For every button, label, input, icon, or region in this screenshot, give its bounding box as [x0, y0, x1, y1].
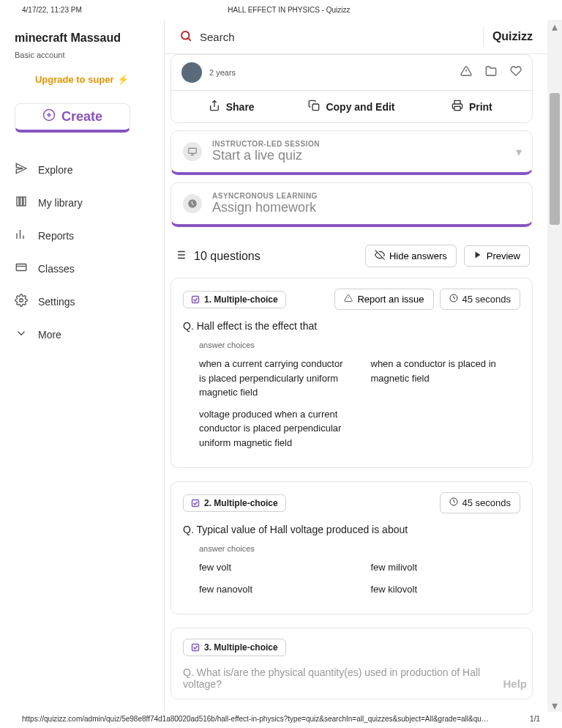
preview-button[interactable]: Preview: [464, 245, 530, 267]
sidebar-item-label: Classes: [38, 263, 75, 275]
share-button[interactable]: Share: [171, 91, 291, 122]
quiz-summary-card: 2 years Share: [171, 54, 533, 123]
classes-icon: [15, 261, 28, 276]
question-type-label: 2. Multiple-choice: [204, 498, 278, 508]
share-label: Share: [226, 101, 255, 113]
question-type-pill: 1. Multiple-choice: [183, 291, 286, 308]
create-button[interactable]: Create: [15, 103, 130, 133]
heart-icon[interactable]: [510, 65, 522, 80]
question-text: Q. Hall effect is the effect that: [183, 320, 520, 332]
answer-choice: few kilovolt: [371, 582, 521, 597]
library-icon: [15, 195, 28, 210]
list-icon: [173, 248, 187, 264]
quiz-age: 2 years: [209, 68, 236, 77]
upgrade-link[interactable]: Upgrade to super ⚡: [15, 73, 149, 86]
reports-icon: [15, 228, 28, 243]
search-bar: Search Quizizz: [165, 20, 547, 54]
answer-choice: few milivolt: [371, 560, 521, 575]
svg-rect-35: [192, 499, 199, 506]
time-label: 45 seconds: [462, 294, 512, 305]
report-label: Report an issue: [357, 294, 424, 305]
chevron-down-icon: [15, 327, 28, 342]
scrollbar-thumb[interactable]: [550, 93, 560, 225]
main-content: Search Quizizz 2 years: [165, 20, 547, 712]
brand: Quizizz: [483, 27, 533, 46]
question-type-label: 1. Multiple-choice: [204, 294, 278, 305]
copy-label: Copy and Edit: [326, 101, 394, 113]
assign-homework-button[interactable]: ASYNCRONOUS LEARNING Assign homework: [171, 182, 533, 227]
answer-choice: when a current carrying conductor is pla…: [199, 357, 349, 400]
svg-point-12: [181, 31, 190, 40]
warning-icon[interactable]: [460, 65, 472, 80]
scroll-up-arrow[interactable]: ▴: [547, 20, 562, 33]
explore-icon: [15, 162, 28, 177]
hide-answers-button[interactable]: Hide answers: [365, 245, 457, 267]
folder-icon[interactable]: [485, 65, 497, 80]
scroll-down-arrow[interactable]: ▾: [547, 699, 562, 712]
search-input[interactable]: Search: [179, 29, 483, 45]
sidebar: minecraft Massaud Basic account Upgrade …: [0, 20, 165, 712]
footer-url: https://quizizz.com/admin/quiz/5e98e8ff7…: [22, 715, 490, 723]
sidebar-item-reports[interactable]: Reports: [15, 219, 149, 252]
upgrade-label: Upgrade to super: [35, 74, 114, 85]
avatar: [181, 62, 202, 83]
svg-rect-37: [192, 645, 199, 651]
svg-rect-3: [17, 197, 19, 206]
question-count: 10 questions: [194, 250, 261, 263]
time-pill: 45 seconds: [440, 492, 521, 513]
question-text: Q. What is/are the physical quantity(es)…: [183, 666, 520, 690]
copy-edit-button[interactable]: Copy and Edit: [291, 91, 411, 122]
report-issue-button[interactable]: Report an issue: [334, 289, 433, 310]
question-card: 1. Multiple-choice Report an issue 45 se…: [171, 278, 533, 468]
plus-icon: [42, 108, 56, 125]
answer-choices-label: answer choices: [199, 341, 520, 349]
answer-choice: when a conductor is placed in magnetic f…: [371, 357, 521, 400]
live-tiny-label: INSTRUCTOR-LED SESSION: [212, 140, 320, 148]
sidebar-item-settings[interactable]: Settings: [15, 285, 149, 318]
print-button[interactable]: Print: [412, 91, 532, 122]
svg-rect-19: [189, 148, 197, 153]
svg-marker-30: [475, 252, 480, 259]
share-icon: [209, 100, 220, 114]
hw-label: Assign homework: [212, 200, 318, 215]
svg-line-13: [188, 38, 190, 40]
sidebar-item-explore[interactable]: Explore: [15, 153, 149, 186]
account-type: Basic account: [15, 51, 149, 59]
bolt-icon: ⚡: [117, 74, 129, 85]
footer-page: 1/1: [530, 715, 540, 723]
clock-icon: [449, 497, 458, 508]
clock-icon: [183, 194, 202, 213]
copy-icon: [308, 100, 320, 114]
play-icon: [473, 250, 482, 261]
answer-choice: voltage produced when a current conducto…: [199, 407, 349, 450]
username: minecraft Massaud: [15, 31, 149, 45]
time-label: 45 seconds: [462, 497, 512, 508]
question-card: 2. Multiple-choice 45 seconds Q. Typical…: [171, 481, 533, 614]
print-title: HALL EFFECT IN PHYSICS - Quizizz: [228, 6, 350, 14]
svg-rect-5: [23, 197, 26, 206]
clock-icon: [449, 294, 458, 305]
presentation-icon: [183, 142, 202, 161]
question-text: Q. Typical value of Hall voltage produce…: [183, 524, 520, 535]
sidebar-item-label: Reports: [38, 230, 74, 242]
hw-tiny-label: ASYNCRONOUS LEARNING: [212, 192, 318, 200]
sidebar-item-more[interactable]: More: [15, 318, 149, 351]
question-type-pill: 3. Multiple-choice: [183, 639, 286, 656]
print-datetime: 4/17/22, 11:23 PM: [22, 6, 82, 14]
print-label: Print: [469, 101, 492, 113]
gear-icon: [15, 294, 28, 309]
preview-label: Preview: [487, 250, 520, 261]
help-button[interactable]: Help: [503, 677, 527, 690]
time-pill: 45 seconds: [440, 289, 521, 310]
sidebar-item-classes[interactable]: Classes: [15, 252, 149, 285]
sidebar-item-library[interactable]: My library: [15, 186, 149, 219]
scrollbar[interactable]: ▴ ▾: [547, 20, 562, 712]
create-label: Create: [61, 109, 102, 125]
search-icon: [179, 29, 192, 45]
svg-rect-17: [312, 104, 319, 111]
answer-choices-label: answer choices: [199, 544, 520, 553]
print-header: 4/17/22, 11:23 PM HALL EFFECT IN PHYSICS…: [0, 0, 562, 20]
question-card: 3. Multiple-choice Q. What is/are the ph…: [171, 628, 533, 699]
answer-choice: [371, 407, 521, 450]
start-live-quiz-button[interactable]: INSTRUCTOR-LED SESSION Start a live quiz…: [171, 130, 533, 175]
